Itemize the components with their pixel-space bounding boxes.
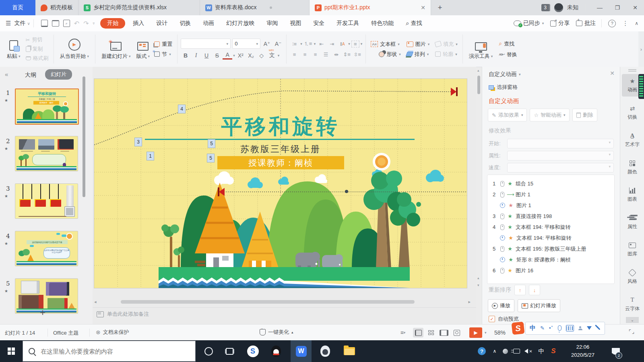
align-right-button[interactable]: ≡ bbox=[311, 51, 320, 58]
replace-button[interactable]: AB↩替换 bbox=[497, 50, 518, 59]
rail-style[interactable]: 风格 bbox=[622, 265, 643, 288]
horizontal-scrollbar[interactable] bbox=[121, 300, 415, 304]
slide-title[interactable]: 平移和旋转 bbox=[94, 113, 467, 141]
action-center-icon[interactable]: 2 bbox=[607, 340, 625, 362]
rail-transition[interactable]: ⇄ 切换 bbox=[622, 101, 643, 124]
panel-title-dropdown-icon[interactable]: ▾ bbox=[519, 72, 521, 76]
smart-animation-button[interactable]: ☆智能动画▾ bbox=[530, 109, 569, 121]
reorder-up-button[interactable]: ↑ bbox=[514, 285, 526, 295]
menu-features[interactable]: 特色功能 bbox=[365, 18, 400, 29]
vscroll-thumb[interactable] bbox=[477, 76, 480, 94]
outline-button[interactable]: 轮廓▾ bbox=[433, 50, 459, 58]
font-size-combobox[interactable]: 0▾ bbox=[232, 39, 260, 49]
ime-wrench-icon[interactable] bbox=[596, 326, 600, 330]
play-slideshow-button[interactable]: ▶ bbox=[469, 327, 482, 338]
home-tab[interactable]: 首页 bbox=[0, 0, 35, 15]
animation-item[interactable]: 6 ★ 图片 16 bbox=[487, 265, 614, 276]
tab-docx[interactable]: W 资料库表格.docx bbox=[200, 0, 310, 15]
text-direction-button[interactable]: ‖A bbox=[338, 40, 347, 48]
animation-order-badge[interactable]: 5 bbox=[207, 154, 215, 162]
strikethrough-button[interactable]: S bbox=[212, 51, 222, 60]
auto-preview-checkbox[interactable]: ✓ bbox=[489, 316, 495, 322]
reset-button[interactable]: 重置 bbox=[153, 40, 174, 48]
tray-sogou-icon[interactable]: S bbox=[547, 340, 559, 362]
align-left-button[interactable]: ≡ bbox=[290, 51, 299, 58]
speed-combobox[interactable] bbox=[507, 163, 614, 173]
reading-view-button[interactable] bbox=[439, 328, 449, 337]
section-button[interactable]: ✳节▾ bbox=[153, 50, 174, 58]
tab-slides[interactable]: 幻灯片 bbox=[45, 69, 72, 80]
picture-button[interactable]: 图片▾ bbox=[405, 40, 431, 48]
slideshow-play-button[interactable]: 幻灯片播放 bbox=[518, 299, 560, 312]
tab-xlsx[interactable]: S 乡村定向师范生提供资料.xlsx bbox=[78, 0, 200, 15]
ime-mode[interactable]: 中 bbox=[530, 324, 536, 332]
slide-editing-area[interactable]: 平移和旋转 苏教版三年级上册 授课教师：阚桢 4 3 1 5 5 bbox=[94, 79, 467, 288]
wps-icon[interactable]: W bbox=[291, 340, 312, 362]
file-explorer-icon[interactable] bbox=[339, 340, 360, 362]
tab-pptx-active[interactable]: P ppt期末作业1.pptx ✕ bbox=[310, 0, 431, 15]
animation-item[interactable]: 2 ⟶ 图片 1 bbox=[487, 189, 614, 200]
redo-icon[interactable]: ↷ bbox=[83, 20, 89, 27]
fill-button[interactable]: 填充▾ bbox=[433, 40, 459, 48]
menu-security[interactable]: 安全 bbox=[307, 18, 330, 29]
user-name[interactable]: 未知 bbox=[567, 4, 578, 11]
comment-button[interactable]: + 批注 bbox=[576, 20, 596, 27]
font-color-button[interactable]: A bbox=[223, 51, 232, 60]
start-button[interactable] bbox=[0, 340, 23, 362]
reorder-down-button[interactable]: ↓ bbox=[529, 285, 540, 295]
play-button[interactable]: ▶ 播放 bbox=[488, 299, 514, 312]
line-spacing-button[interactable]: ⇕≡ bbox=[342, 51, 351, 58]
qat-more-icon[interactable]: ▿ bbox=[93, 21, 95, 25]
animation-item[interactable]: ★ 矩形 8: 授课教师：阚桢 bbox=[487, 254, 614, 265]
layout-button[interactable]: 版式▾ bbox=[134, 37, 153, 62]
sogou-browser-icon[interactable]: S bbox=[242, 340, 263, 362]
menu-home[interactable]: 开始 bbox=[100, 18, 125, 29]
tray-volume-muted-icon[interactable]: ✕ bbox=[522, 340, 535, 362]
ime-skin-icon[interactable] bbox=[587, 326, 592, 330]
animation-item[interactable]: ★ 文本框 194: 平移和旋转 bbox=[487, 232, 614, 243]
animation-item[interactable]: 3 ★ 直接连接符 198 bbox=[487, 211, 614, 222]
add-effect-button[interactable]: ✎添加效果▾ bbox=[488, 109, 527, 121]
slide-thumbnail-1[interactable]: 平移和旋转 苏教版三年级上册 授课教师：阚桢 bbox=[15, 88, 79, 125]
vscroll-up-icon[interactable]: ▴ bbox=[477, 68, 479, 72]
start-combobox[interactable] bbox=[507, 139, 614, 148]
copy-button[interactable]: 复制 bbox=[24, 45, 50, 53]
more-menu-icon[interactable]: ⋮ bbox=[622, 20, 628, 27]
slide-thumbnail-3[interactable] bbox=[15, 183, 78, 219]
rail-chart[interactable]: 图表 bbox=[622, 183, 643, 206]
menu-find[interactable]: ⌕ 查找 bbox=[400, 18, 428, 29]
sync-status[interactable]: ✓ 已同步 ▾ bbox=[514, 20, 544, 27]
panel-title[interactable]: 自定义动画 bbox=[489, 71, 517, 78]
shapes-button[interactable]: 形状▾ bbox=[369, 50, 402, 58]
task-view-button[interactable] bbox=[221, 340, 238, 362]
clear-format-button[interactable]: ◇ bbox=[257, 51, 266, 60]
add-slide-button[interactable]: + bbox=[35, 306, 50, 319]
animation-order-badge[interactable]: 1 bbox=[147, 152, 154, 160]
beautify-button[interactable]: 一键美化 bbox=[268, 329, 289, 336]
cortana-button[interactable] bbox=[199, 340, 218, 362]
tray-expand-icon[interactable]: ∧ bbox=[489, 340, 500, 362]
new-slide-button[interactable]: ✳ 新建幻灯片▾ bbox=[99, 37, 134, 62]
animation-order-badge[interactable]: 3 bbox=[134, 138, 142, 146]
file-menu[interactable]: 文件 bbox=[11, 18, 27, 29]
slide-thumbnail-4[interactable]: 这些物体的运动都可以看成是平移 你还见过哪些平移现象? 它们是什么方向的? bbox=[15, 231, 78, 266]
menu-transition[interactable]: 切换 bbox=[173, 18, 197, 29]
avatar[interactable] bbox=[554, 3, 563, 12]
animation-item[interactable]: 5 ★ 文本框 195: 苏教版三年级上册 bbox=[487, 243, 614, 254]
next-slide-icon[interactable]: ▾ bbox=[477, 283, 479, 287]
animation-order-badge[interactable]: 4 bbox=[178, 105, 186, 113]
tab-close-icon[interactable]: ✕ bbox=[421, 4, 425, 11]
cut-button[interactable]: ✂剪切 bbox=[24, 36, 50, 44]
align-center-button[interactable]: ≡ bbox=[300, 51, 310, 58]
rail-wordart[interactable]: A̲ 艺术字 bbox=[622, 129, 643, 151]
sel要ection-pane-label[interactable]: 选择窗格 bbox=[497, 84, 518, 91]
play-options-icon[interactable]: ▾ bbox=[485, 331, 487, 335]
ribbon-expand-button[interactable]: › bbox=[638, 31, 644, 67]
animation-order-badge[interactable]: 5 bbox=[208, 139, 215, 148]
notes-toggle-button[interactable]: ≡▾ bbox=[398, 328, 408, 337]
decrease-indent-button[interactable]: ⇤ bbox=[317, 40, 326, 48]
save-icon[interactable] bbox=[41, 20, 48, 27]
help-icon[interactable]: ? bbox=[608, 20, 616, 27]
share-button[interactable]: ↗ 分享 bbox=[550, 20, 570, 27]
font-color-dropdown-icon[interactable]: ▾ bbox=[233, 53, 235, 58]
